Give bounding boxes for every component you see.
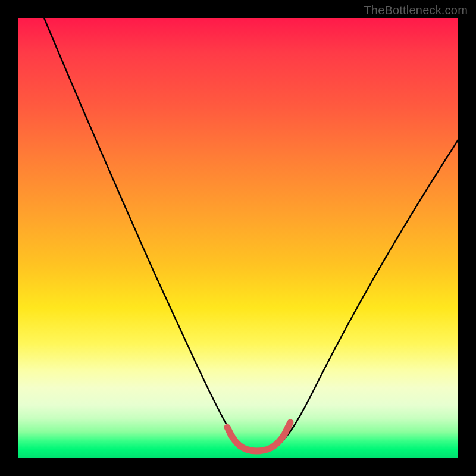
bottleneck-curve — [44, 18, 458, 451]
chart-frame: TheBottleneck.com — [0, 0, 476, 476]
plot-area — [18, 18, 458, 458]
curve-layer — [18, 18, 458, 458]
watermark-text: TheBottleneck.com — [364, 4, 468, 17]
highlight-segment — [227, 422, 290, 451]
